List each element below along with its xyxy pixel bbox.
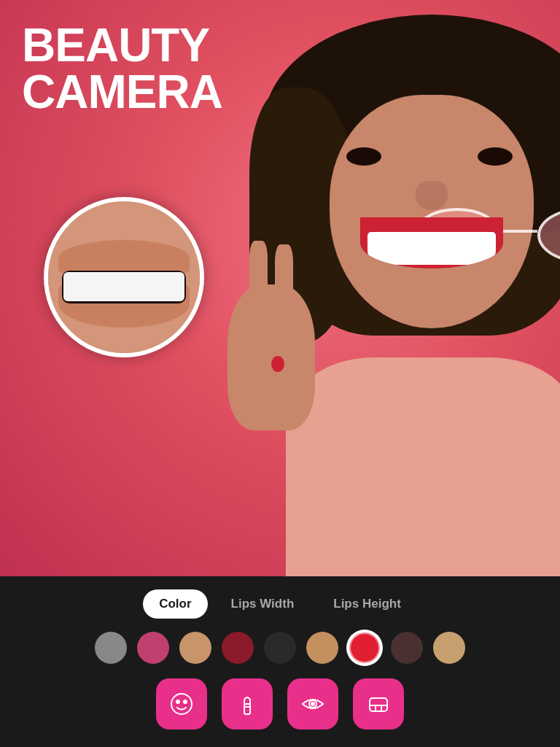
tab-lips-height[interactable]: Lips Height <box>317 589 417 619</box>
person-photo <box>242 22 560 576</box>
tab-bar: Color Lips Width Lips Height <box>0 576 560 626</box>
swatch-gray[interactable] <box>95 632 127 664</box>
tab-color[interactable]: Color <box>143 589 207 619</box>
app-title: BEAUTY CAMERA <box>22 22 222 115</box>
teeth-tool-button[interactable] <box>353 678 404 729</box>
svg-point-1 <box>176 700 179 703</box>
nail <box>271 356 284 372</box>
color-swatches <box>0 626 560 670</box>
svg-point-2 <box>184 700 187 703</box>
eye-left <box>346 147 381 166</box>
swatch-dark-red[interactable] <box>222 632 254 664</box>
face-tool-button[interactable] <box>156 678 207 729</box>
swatch-dark-pink[interactable] <box>137 632 169 664</box>
teeth <box>368 232 496 265</box>
face-icon <box>168 691 195 717</box>
svg-rect-3 <box>244 704 250 714</box>
swatch-red[interactable] <box>349 632 381 664</box>
svg-point-6 <box>311 703 314 705</box>
swatch-tan[interactable] <box>306 632 338 664</box>
hand-peace <box>228 285 315 430</box>
glasses-bridge <box>501 230 537 233</box>
swatch-black[interactable] <box>264 632 296 664</box>
glasses-right <box>537 208 560 263</box>
eye-right <box>478 147 513 166</box>
zoom-circle <box>44 197 204 357</box>
bottom-panel: Color Lips Width Lips Height <box>0 576 560 747</box>
eye-tool-button[interactable] <box>287 678 338 729</box>
svg-point-0 <box>171 694 192 714</box>
swatch-light-tan[interactable] <box>433 632 465 664</box>
lipstick-tool-button[interactable] <box>222 678 273 729</box>
lipstick-icon <box>234 691 260 717</box>
swatch-nude[interactable] <box>179 632 211 664</box>
camera-area: BEAUTY CAMERA <box>0 0 560 576</box>
teeth-icon <box>365 691 392 717</box>
tool-bar <box>0 670 560 738</box>
face <box>330 95 534 328</box>
body <box>286 357 560 576</box>
tab-lips-width[interactable]: Lips Width <box>215 589 311 619</box>
swatch-dark-nude[interactable] <box>391 632 423 664</box>
title-overlay: BEAUTY CAMERA <box>22 22 222 115</box>
nose <box>416 181 448 210</box>
mouth <box>360 217 503 268</box>
eye-icon <box>300 691 326 717</box>
